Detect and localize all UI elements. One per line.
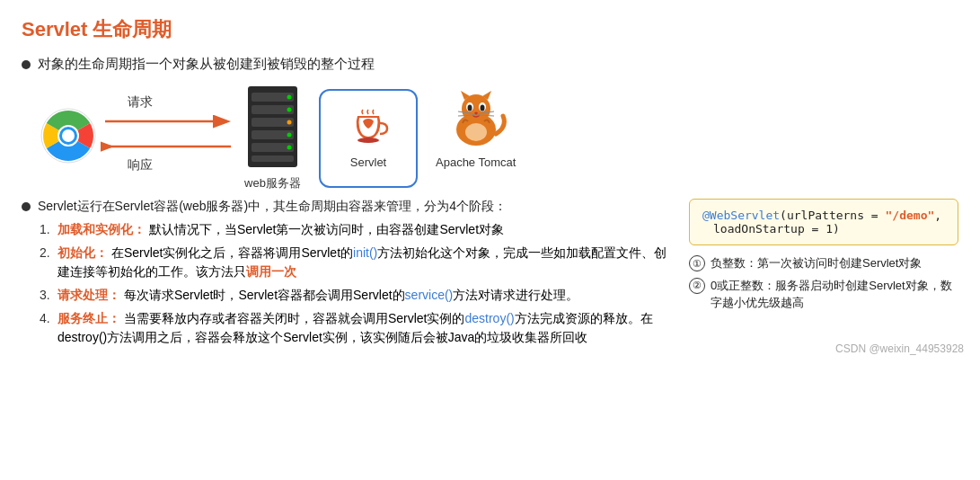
list-item-1-content: 加载和实例化： 默认情况下，当Servlet第一次被访问时，由容器创建Servl… bbox=[57, 220, 675, 239]
bullet-dot-2 bbox=[22, 202, 31, 211]
note-item-2: ② 0或正整数：服务器启动时创建Servlet对象，数字越小优先级越高 bbox=[689, 277, 958, 312]
code-line1-rest: (urlPatterns = bbox=[780, 209, 885, 222]
bullet-1: 对象的生命周期指一个对象从被创建到被销毁的整个过程 bbox=[22, 56, 958, 73]
list-right: @WebServlet(urlPatterns = "/demo", loadO… bbox=[689, 199, 958, 351]
svg-point-18 bbox=[358, 138, 379, 143]
bullet-1-text: 对象的生命周期指一个对象从被创建到被销毁的整个过程 bbox=[38, 56, 375, 73]
list-item-1-text: 默认情况下，当Servlet第一次被访问时，由容器创建Servlet对象 bbox=[149, 222, 504, 236]
svg-rect-12 bbox=[252, 156, 294, 162]
list-item-1-num: 1. bbox=[40, 220, 57, 239]
servlet-box: Servlet bbox=[319, 89, 418, 188]
list-item-2: 2. 初始化： 在Servlet实例化之后，容器将调用Servlet的init(… bbox=[40, 244, 675, 281]
page-title: Servlet 生命周期 bbox=[22, 16, 958, 43]
svg-point-13 bbox=[287, 95, 292, 100]
svg-point-25 bbox=[467, 105, 472, 111]
list-item-4-highlight: destroy() bbox=[464, 311, 514, 325]
bullet-2: Servlet运行在Servlet容器(web服务器)中，其生命周期由容器来管理… bbox=[22, 199, 675, 215]
note-2-num: ② bbox=[689, 278, 705, 294]
list-item-3-title: 请求处理： bbox=[57, 288, 120, 302]
response-arrow bbox=[101, 138, 235, 156]
watermark: CSDN @weixin_44953928 bbox=[835, 342, 964, 357]
tomcat-icon bbox=[445, 89, 508, 152]
lifecycle-list: 1. 加载和实例化： 默认情况下，当Servlet第一次被访问时，由容器创建Se… bbox=[40, 220, 675, 347]
chrome-icon-area bbox=[40, 107, 97, 164]
list-item-1-title: 加载和实例化： bbox=[57, 222, 146, 236]
code-at: @WebServlet bbox=[702, 209, 780, 222]
note-1-num: ① bbox=[689, 255, 705, 271]
list-item-2-highlight: init() bbox=[353, 245, 377, 260]
list-item-3-text-before: 每次请求Servlet时，Servlet容器都会调用Servlet的 bbox=[124, 288, 405, 302]
note-2-text: 0或正整数：服务器启动时创建Servlet对象，数字越小优先级越高 bbox=[711, 277, 958, 312]
list-item-4-content: 服务终止： 当需要释放内存或者容器关闭时，容器就会调用Servlet实例的des… bbox=[57, 309, 675, 347]
svg-point-15 bbox=[287, 120, 292, 125]
code-end: , bbox=[934, 209, 941, 222]
svg-point-26 bbox=[480, 105, 484, 111]
list-item-4: 4. 服务终止： 当需要释放内存或者容器关闭时，容器就会调用Servlet实例的… bbox=[40, 309, 675, 347]
web-server-label: web服务器 bbox=[244, 175, 301, 191]
code-line2: loadOnStartup = 1) bbox=[713, 222, 840, 236]
list-left: Servlet运行在Servlet容器(web服务器)中，其生命周期由容器来管理… bbox=[22, 199, 675, 351]
svg-point-3 bbox=[62, 129, 75, 142]
list-item-4-num: 4. bbox=[40, 309, 57, 347]
page: Servlet 生命周期 对象的生命周期指一个对象从被创建到被销毁的整个过程 bbox=[0, 0, 980, 360]
watermark-text: CSDN @weixin_44953928 bbox=[835, 342, 964, 355]
list-item-1: 1. 加载和实例化： 默认情况下，当Servlet第一次被访问时，由容器创建Se… bbox=[40, 220, 675, 239]
diagram: 请求 bbox=[40, 82, 958, 191]
list-item-4-title: 服务终止： bbox=[57, 311, 120, 325]
list-item-2-content: 初始化： 在Servlet实例化之后，容器将调用Servlet的init()方法… bbox=[57, 244, 675, 281]
svg-point-17 bbox=[287, 146, 292, 150]
list-item-2-text-before: 在Servlet实例化之后，容器将调用Servlet的 bbox=[111, 245, 353, 260]
svg-point-16 bbox=[287, 133, 292, 138]
list-item-3-text-after: 方法对请求进行处理。 bbox=[453, 288, 578, 302]
server-icon bbox=[239, 82, 306, 172]
note-1-text: 负整数：第一次被访问时创建Servlet对象 bbox=[711, 254, 922, 272]
list-item-2-num: 2. bbox=[40, 244, 57, 281]
svg-point-14 bbox=[287, 108, 292, 112]
resp-label: 响应 bbox=[128, 157, 235, 173]
main-section: Servlet运行在Servlet容器(web服务器)中，其生命周期由容器来管理… bbox=[22, 199, 958, 351]
list-item-2-highlight2: 调用一次 bbox=[246, 264, 296, 279]
list-item-2-title: 初始化： bbox=[57, 245, 108, 260]
request-arrow bbox=[101, 112, 235, 130]
bullet-2-text: Servlet运行在Servlet容器(web服务器)中，其生命周期由容器来管理… bbox=[38, 199, 507, 215]
code-box: @WebServlet(urlPatterns = "/demo", loadO… bbox=[689, 199, 958, 245]
chrome-icon bbox=[40, 107, 97, 164]
req-label: 请求 bbox=[128, 94, 235, 111]
list-item-3-content: 请求处理： 每次请求Servlet时，Servlet容器都会调用Servlet的… bbox=[57, 286, 675, 305]
arrows-area: 请求 bbox=[101, 94, 235, 173]
list-item-3: 3. 请求处理： 每次请求Servlet时，Servlet容器都会调用Servl… bbox=[40, 286, 675, 305]
note-list: ① 负整数：第一次被访问时创建Servlet对象 ② 0或正整数：服务器启动时创… bbox=[689, 254, 958, 312]
svg-point-32 bbox=[465, 123, 487, 141]
java-icon bbox=[347, 109, 390, 152]
note-item-1: ① 负整数：第一次被访问时创建Servlet对象 bbox=[689, 254, 958, 272]
bullet-dot-1 bbox=[22, 60, 31, 69]
server-area: web服务器 bbox=[239, 82, 306, 191]
tomcat-area: Apache Tomcat bbox=[436, 89, 516, 169]
list-item-3-num: 3. bbox=[40, 286, 57, 305]
list-item-4-text-before: 当需要释放内存或者容器关闭时，容器就会调用Servlet实例的 bbox=[124, 311, 465, 325]
list-item-3-highlight: service() bbox=[405, 288, 454, 302]
code-str: "/demo" bbox=[886, 209, 935, 222]
servlet-label: Servlet bbox=[350, 156, 386, 169]
tomcat-label: Apache Tomcat bbox=[436, 156, 516, 169]
